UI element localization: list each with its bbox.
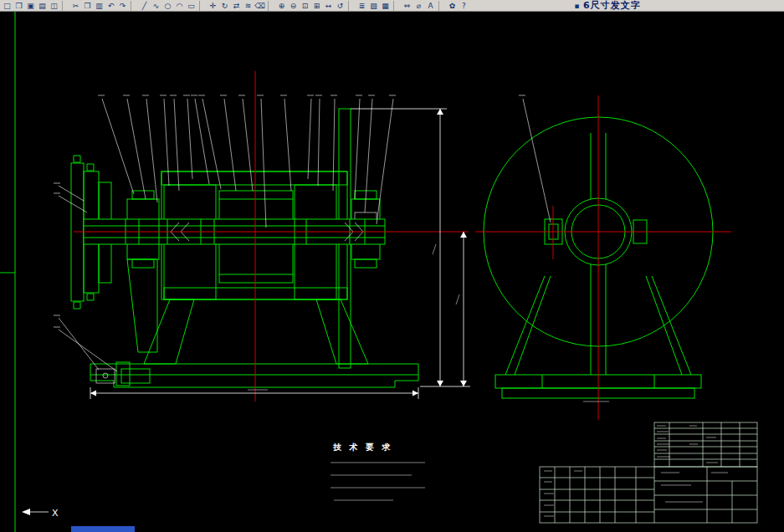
ucs-x-arrow <box>22 509 30 515</box>
dimension-diameter-icon[interactable]: ⌀ <box>413 1 424 11</box>
move-icon[interactable]: ✛ <box>208 1 218 11</box>
block-icon[interactable]: ▪ <box>571 1 582 11</box>
save-icon[interactable]: ▣ <box>25 1 36 11</box>
main-title-block <box>540 467 757 523</box>
zoom-in-icon[interactable]: ⊕ <box>276 1 287 11</box>
redo-icon[interactable]: ↷ <box>117 1 128 11</box>
undo-icon[interactable]: ↶ <box>105 1 116 11</box>
toolbar-separator <box>62 1 68 11</box>
paste-icon[interactable]: ▥ <box>94 1 105 11</box>
pan-icon[interactable]: ↔ <box>323 1 334 11</box>
zoom-extents-icon[interactable]: ⊞ <box>311 1 322 11</box>
main-toolbar: □ ❒ ▣ ▤ ◫ ✂ ❐ ▥ ↶ ↷ ╱ ∿ ○ ◠ ▭ ✛ ↻ ⇄ ≋ ⌫ … <box>0 0 784 12</box>
regen-icon[interactable]: ↺ <box>335 1 346 11</box>
sheet-frame <box>0 12 15 532</box>
color-icon[interactable]: ▧ <box>368 1 379 11</box>
support-wedge <box>127 259 157 352</box>
cut-icon[interactable]: ✂ <box>70 1 81 11</box>
ucs-x-label: X <box>52 508 59 519</box>
drawing-canvas[interactable]: 技 术 要 求 X <box>0 12 784 532</box>
copy-icon[interactable]: ❐ <box>82 1 93 11</box>
tech-requirements: 技 术 要 求 <box>331 442 425 500</box>
taskbar-fragment[interactable] <box>71 526 135 532</box>
erase-icon[interactable]: ⌫ <box>254 1 265 11</box>
zoom-window-icon[interactable]: ⊡ <box>300 1 310 11</box>
text-icon[interactable]: A <box>425 1 436 11</box>
palette-icon[interactable]: ✿ <box>447 1 458 11</box>
offset-icon[interactable]: ≋ <box>243 1 254 11</box>
right-leg <box>316 299 368 364</box>
line-icon[interactable]: ╱ <box>139 1 150 11</box>
parts-list-table <box>654 422 757 467</box>
front-section-view <box>71 109 418 387</box>
arc-icon[interactable]: ◠ <box>174 1 185 11</box>
dimension-text-toolbar-label: 6尺寸发文字 <box>583 0 641 12</box>
tech-requirements-title: 技 术 要 求 <box>332 442 392 452</box>
toolbar-separator <box>268 1 274 11</box>
tech-requirements-lines <box>331 463 425 500</box>
open-file-icon[interactable]: ❒ <box>13 1 24 11</box>
drawing-area[interactable]: 技 术 要 求 X <box>0 12 784 532</box>
left-leg <box>144 299 194 364</box>
ucs-icon: X <box>22 508 59 519</box>
coupling-outer-flange <box>71 163 84 301</box>
rectangle-icon[interactable]: ▭ <box>186 1 197 11</box>
print-preview-icon[interactable]: ◫ <box>49 1 59 11</box>
title-block <box>540 422 757 523</box>
zoom-out-icon[interactable]: ⊖ <box>288 1 299 11</box>
mirror-icon[interactable]: ⇄ <box>231 1 242 11</box>
toolbar-separator <box>199 1 205 11</box>
toolbar-separator <box>438 1 444 11</box>
rotate-icon[interactable]: ↻ <box>219 1 230 11</box>
casing-top-flange <box>161 171 347 185</box>
toolbar-separator <box>348 1 354 11</box>
polyline-icon[interactable]: ∿ <box>151 1 161 11</box>
new-file-icon[interactable]: □ <box>2 1 13 11</box>
properties-icon[interactable]: ▦ <box>380 1 391 11</box>
toolbar-separator <box>393 1 399 11</box>
base-fitting <box>96 362 150 386</box>
circle-icon[interactable]: ○ <box>162 1 173 11</box>
layers-icon[interactable]: ≣ <box>356 1 367 11</box>
dimension-linear-icon[interactable]: ⇔ <box>402 1 412 11</box>
toolbar-separator <box>131 1 136 11</box>
print-icon[interactable]: ▤ <box>37 1 48 11</box>
help-icon[interactable]: ? <box>459 1 469 11</box>
machine-base <box>90 364 418 387</box>
casing-bottom-band <box>164 288 347 299</box>
